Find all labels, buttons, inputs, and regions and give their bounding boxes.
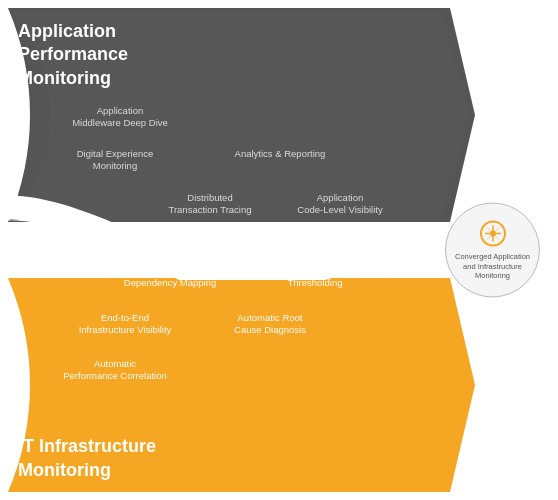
automatic-perf-text: AutomaticPerformance Correlation <box>55 358 175 383</box>
distributed-tracing-text: DistributedTransaction Tracing <box>155 192 265 217</box>
main-container: Application Performance Monitoring IT In… <box>0 0 558 500</box>
auto-baselining-text: Auto-Baselining andThresholding <box>255 265 375 290</box>
topology-text: Topology &Dependency Mapping <box>115 265 225 290</box>
top-title-line1: Application <box>18 21 116 41</box>
top-title-line2: Performance <box>18 44 128 64</box>
bottom-section-title: IT Infrastructure Monitoring <box>18 435 178 482</box>
app-middleware-text: ApplicationMiddleware Deep Dive <box>65 105 175 130</box>
end-to-end-text: End-to-EndInfrastructure Visibility <box>65 312 185 337</box>
automatic-root-text: Automatic RootCause Diagnosis <box>210 312 330 337</box>
converged-circle: Converged Application and Infrastructure… <box>445 203 540 298</box>
application-code-text: ApplicationCode-Level Visibility <box>285 192 395 217</box>
digital-experience-text: Digital ExperienceMonitoring <box>60 148 170 173</box>
analytics-reporting-text: Analytics & Reporting <box>220 148 340 160</box>
bottom-title-line1: IT Infrastructure <box>18 436 156 456</box>
top-title-line3: Monitoring <box>18 68 111 88</box>
bottom-title-line2: Monitoring <box>18 460 111 480</box>
converged-label: Converged Application and Infrastructure… <box>452 251 533 280</box>
top-section-title: Application Performance Monitoring <box>18 20 168 90</box>
converged-icon <box>479 219 507 247</box>
